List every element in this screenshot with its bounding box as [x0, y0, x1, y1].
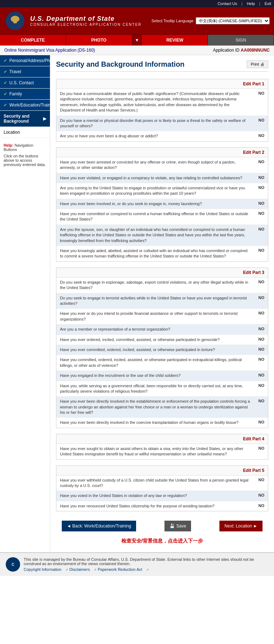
question-row: Are you the spouse, son, or daughter of … — [56, 225, 268, 246]
question-answer: NO — [254, 446, 264, 450]
lang-label: Select Tooltip Language — [152, 19, 194, 23]
footer-description: This site is managed by the Bureau of Co… — [24, 557, 268, 566]
question-answer: NO — [254, 248, 264, 252]
section-part4: Edit Part 4 Have you ever sought to obta… — [56, 434, 268, 460]
exit-link[interactable]: Exit — [265, 1, 271, 6]
check-icon: ✔ — [4, 69, 7, 74]
question-row: Have you ever been arrested or convicted… — [56, 157, 268, 173]
question-answer: NO — [254, 227, 264, 231]
question-answer: NO — [254, 503, 264, 508]
tab-photo[interactable]: PHOTO — [66, 35, 132, 46]
question-answer: NO — [254, 399, 264, 403]
question-text: Have you ever been directly involved in … — [60, 399, 254, 415]
edit-part3-link[interactable]: Edit Part 3 — [243, 270, 264, 275]
edit-part5-link[interactable]: Edit Part 5 — [243, 468, 264, 473]
nav-tabs: COMPLETE PHOTO ▼ REVIEW SIGN — [0, 34, 274, 46]
sidebar-item-personal[interactable]: ✔ Personal/Address/Phone/Passport — [0, 55, 50, 66]
question-row: Do you have a communicable disease of pu… — [56, 89, 268, 116]
question-answer: NO — [254, 175, 264, 180]
app-id-value: AA008NNUNC — [241, 48, 270, 53]
question-text: Have you committed, ordered, incited, as… — [60, 357, 254, 368]
question-text: Have you ever been arrested or convicted… — [60, 160, 254, 171]
tab-sign[interactable]: SIGN — [208, 35, 274, 46]
question-text: Have you voted in the United States in v… — [60, 493, 254, 498]
question-text: Are you coming to the United States to e… — [60, 185, 254, 196]
question-row: Do you seek to engage in espionage, sabo… — [56, 278, 268, 293]
section-part5-header: Edit Part 5 — [56, 466, 268, 475]
question-row: Are you a member or representative of a … — [56, 325, 268, 335]
language-selector-container: Select Tooltip Language 中文(简体) (CHINESE-… — [152, 17, 270, 24]
contact-us-link[interactable]: Contact Us — [218, 1, 237, 6]
app-id-bar: Online Nonimmigrant Visa Application (DS… — [0, 46, 274, 55]
sidebar-item-work[interactable]: ✔ Work/Education/Training — [0, 100, 50, 111]
sidebar-help: Help: Navigation Buttons Click on the bu… — [0, 139, 50, 170]
next-button[interactable]: Next: Location ► — [219, 521, 263, 531]
back-button[interactable]: ◄ Back: Work/Education/Training — [62, 521, 136, 531]
section-part5: Edit Part 5 Have you ever withheld custo… — [56, 465, 268, 512]
state-dept-logo — [4, 10, 26, 32]
question-text: Do you have a communicable disease of pu… — [60, 91, 254, 113]
paperwork-link[interactable]: Paperwork Reduction Act — [98, 567, 142, 572]
question-answer: NO — [254, 478, 264, 482]
help-link[interactable]: Help — [247, 1, 255, 6]
question-answer: NO — [254, 295, 264, 300]
check-icon: ✔ — [4, 58, 7, 63]
question-answer: NO — [254, 280, 264, 284]
question-row: Have you ever sought to obtain or assist… — [56, 444, 268, 459]
sidebar-item-travel[interactable]: ✔ Travel — [0, 66, 50, 77]
question-answer: NO — [254, 201, 264, 205]
question-answer: NO — [254, 185, 264, 190]
footer-text: This site is managed by the Bureau of Co… — [24, 557, 268, 572]
print-label: Print — [251, 62, 259, 66]
page-title: Security and Background Information — [56, 60, 268, 72]
edit-part1-link[interactable]: Edit Part 1 — [243, 81, 264, 86]
sidebar-item-security[interactable]: Security and Background ▶ — [0, 111, 50, 127]
question-text: Have you ever renounced United States ci… — [60, 503, 254, 509]
check-icon: ✔ — [4, 91, 7, 96]
question-text: Do you seek to engage in terrorist activ… — [60, 295, 254, 307]
dept-subtitle: CONSULAR ELECTRONIC APPLICATION CENTER — [30, 23, 141, 27]
help-text: Click on the buttons above to access pre… — [4, 154, 46, 167]
question-text: Do you seek to engage in espionage, sabo… — [60, 280, 254, 291]
question-row: Have you ever ordered, incited, committe… — [56, 335, 268, 345]
sidebar-label-us-contact: U.S. Contact — [9, 80, 34, 85]
app-id-label: Application ID — [213, 48, 240, 53]
sidebar-label-location: Location — [4, 130, 20, 135]
question-answer: NO — [254, 160, 264, 164]
question-row: Have you ever been involved in, or do yo… — [56, 199, 268, 209]
question-text: Are you a member or representative of a … — [60, 327, 254, 332]
sidebar: ✔ Personal/Address/Phone/Passport ✔ Trav… — [0, 55, 50, 552]
tab-complete[interactable]: COMPLETE — [0, 35, 66, 46]
sidebar-item-family[interactable]: ✔ Family — [0, 89, 50, 100]
edit-part4-link[interactable]: Edit Part 4 — [243, 436, 264, 441]
sidebar-item-us-contact[interactable]: ✔ U.S. Contact — [0, 77, 50, 89]
check-icon: ✔ — [4, 103, 7, 108]
print-button[interactable]: Print 🖨 — [247, 60, 268, 68]
ext-icon: ↗ — [65, 568, 68, 572]
question-text: Have you, while serving as a government … — [60, 383, 254, 394]
disclaimers-link[interactable]: Disclaimers — [69, 567, 90, 572]
question-row: Are you or have you ever been a drug abu… — [56, 131, 268, 141]
question-answer: NO — [254, 91, 264, 95]
app-id-container: Application ID AA008NNUNC — [213, 48, 270, 53]
question-answer: NO — [254, 118, 264, 122]
main-layout: ✔ Personal/Address/Phone/Passport ✔ Trav… — [0, 55, 274, 552]
save-button[interactable]: 💾 Save — [164, 521, 191, 531]
question-text: Have you ever committed, ordered, incite… — [60, 347, 254, 352]
edit-part2-link[interactable]: Edit Part 2 — [243, 150, 264, 155]
question-row: Have you, while serving as a government … — [56, 381, 268, 397]
question-row: Have you knowingly aided, abetted, assis… — [56, 246, 268, 261]
question-row: Have you ever violated, or engaged in a … — [56, 173, 268, 183]
check-icon: ✔ — [4, 80, 7, 85]
question-text: Have you ever been directly involved in … — [60, 420, 254, 425]
language-dropdown[interactable]: 中文(简体) (CHINESE-SIMPLIFIED) — [196, 17, 270, 24]
sidebar-item-location[interactable]: Location — [0, 127, 50, 138]
tab-review[interactable]: REVIEW — [142, 35, 208, 46]
sidebar-label-travel: Travel — [9, 69, 21, 74]
content-area: Print 🖨 Security and Background Informat… — [50, 55, 274, 552]
header: U.S. Department of State CONSULAR ELECTR… — [0, 7, 274, 34]
question-answer: NO — [254, 327, 264, 331]
section-part3: Edit Part 3 Do you seek to engage in esp… — [56, 267, 268, 428]
copyright-link[interactable]: Copyright Information — [24, 567, 61, 572]
question-answer: NO — [254, 211, 264, 216]
